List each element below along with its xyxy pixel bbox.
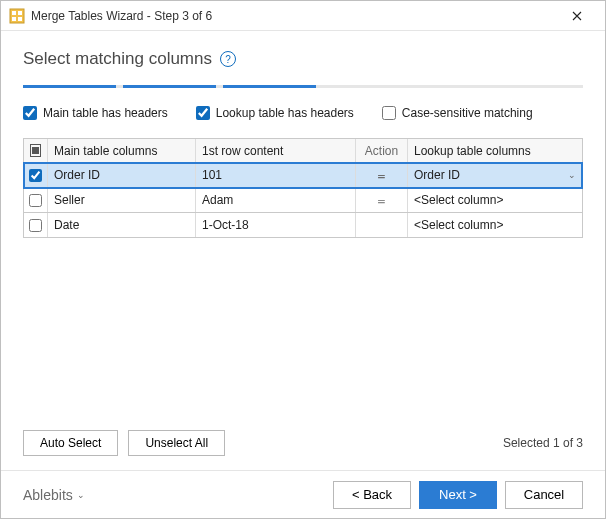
case-sensitive-checkbox[interactable]: Case-sensitive matching: [382, 106, 533, 120]
equals-icon: =: [378, 193, 386, 208]
page-heading: Select matching columns ?: [23, 49, 583, 69]
app-icon: [9, 8, 25, 24]
brand-menu[interactable]: Ablebits ⌄: [23, 487, 85, 503]
header-select-all[interactable]: [24, 139, 48, 162]
action-cell: =: [356, 188, 408, 212]
action-cell: =: [356, 163, 408, 187]
row-checkbox-cell[interactable]: [24, 188, 48, 212]
row-checkbox-cell[interactable]: [24, 163, 48, 187]
footer: Ablebits ⌄ < Back Next > Cancel: [1, 470, 605, 518]
grid-buttons-row: Auto Select Unselect All Selected 1 of 3: [23, 418, 583, 456]
svg-rect-2: [18, 11, 22, 15]
auto-select-button[interactable]: Auto Select: [23, 430, 118, 456]
close-button[interactable]: [557, 1, 597, 31]
content-area: Select matching columns ? Main table has…: [1, 31, 605, 470]
wizard-window: Merge Tables Wizard - Step 3 of 6 Select…: [0, 0, 606, 519]
main-column-cell: Order ID: [48, 163, 196, 187]
main-headers-input[interactable]: [23, 106, 37, 120]
svg-rect-1: [12, 11, 16, 15]
unselect-all-button[interactable]: Unselect All: [128, 430, 225, 456]
lookup-headers-input[interactable]: [196, 106, 210, 120]
row-checkbox[interactable]: [29, 194, 42, 207]
next-button[interactable]: Next >: [419, 481, 497, 509]
firstrow-cell: 101: [196, 163, 356, 187]
header-main-col[interactable]: Main table columns: [48, 139, 196, 162]
table-row[interactable]: Order ID101=Order ID⌄: [24, 163, 582, 188]
main-headers-label: Main table has headers: [43, 106, 168, 120]
firstrow-cell: 1-Oct-18: [196, 213, 356, 237]
lookup-headers-checkbox[interactable]: Lookup table has headers: [196, 106, 354, 120]
main-headers-checkbox[interactable]: Main table has headers: [23, 106, 168, 120]
heading-text: Select matching columns: [23, 49, 212, 69]
main-column-cell: Seller: [48, 188, 196, 212]
cancel-button[interactable]: Cancel: [505, 481, 583, 509]
case-sensitive-input[interactable]: [382, 106, 396, 120]
grid-body: Order ID101=Order ID⌄SellerAdam=<Select …: [24, 163, 582, 238]
help-icon[interactable]: ?: [220, 51, 236, 67]
lookup-column-cell[interactable]: Order ID⌄: [408, 163, 582, 187]
indeterminate-icon: [30, 144, 41, 157]
table-row[interactable]: SellerAdam=<Select column>: [24, 188, 582, 213]
row-checkbox[interactable]: [29, 219, 42, 232]
brand-label: Ablebits: [23, 487, 73, 503]
equals-icon: =: [378, 168, 386, 183]
window-title: Merge Tables Wizard - Step 3 of 6: [31, 9, 557, 23]
lookup-column-cell[interactable]: <Select column>: [408, 188, 582, 212]
lookup-headers-label: Lookup table has headers: [216, 106, 354, 120]
back-button[interactable]: < Back: [333, 481, 411, 509]
svg-rect-3: [12, 17, 16, 21]
main-column-cell: Date: [48, 213, 196, 237]
row-checkbox-cell[interactable]: [24, 213, 48, 237]
firstrow-cell: Adam: [196, 188, 356, 212]
header-firstrow-col[interactable]: 1st row content: [196, 139, 356, 162]
step-progress: [23, 85, 583, 88]
title-bar: Merge Tables Wizard - Step 3 of 6: [1, 1, 605, 31]
case-sensitive-label: Case-sensitive matching: [402, 106, 533, 120]
selection-status: Selected 1 of 3: [503, 436, 583, 450]
close-icon: [572, 11, 582, 21]
action-cell: [356, 213, 408, 237]
options-row: Main table has headers Lookup table has …: [23, 106, 583, 120]
header-action-col[interactable]: Action: [356, 139, 408, 162]
row-checkbox[interactable]: [29, 169, 42, 182]
lookup-column-cell[interactable]: <Select column>: [408, 213, 582, 237]
header-lookup-col[interactable]: Lookup table columns: [408, 139, 582, 162]
chevron-down-icon[interactable]: ⌄: [568, 170, 576, 180]
grid-header: Main table columns 1st row content Actio…: [24, 139, 582, 163]
table-row[interactable]: Date1-Oct-18<Select column>: [24, 213, 582, 238]
chevron-down-icon: ⌄: [77, 490, 85, 500]
columns-grid: Main table columns 1st row content Actio…: [23, 138, 583, 238]
svg-rect-4: [18, 17, 22, 21]
